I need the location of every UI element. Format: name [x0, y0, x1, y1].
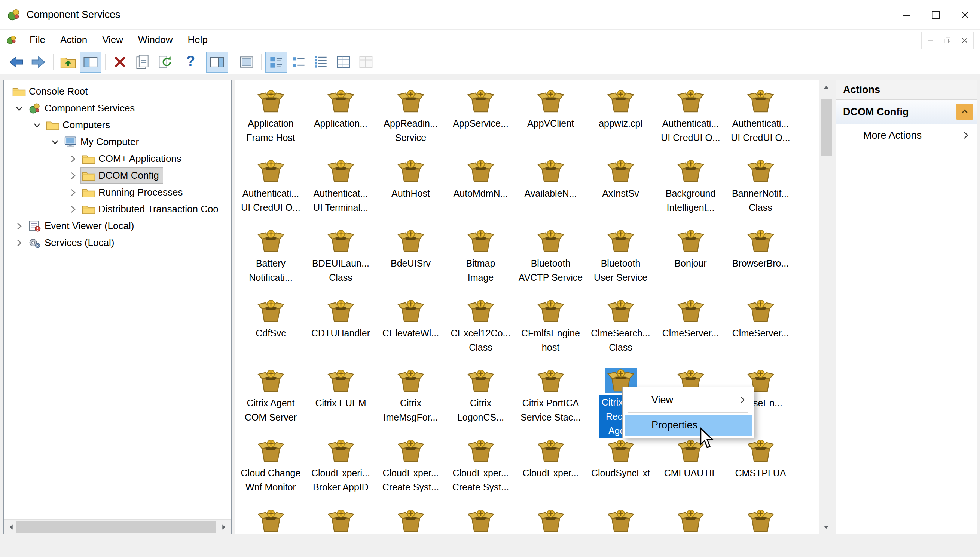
dcom-item-cdtuhandler[interactable]: CDTUHandler: [306, 298, 376, 368]
close-button[interactable]: [951, 0, 980, 29]
dcom-item-citrix-logoncs[interactable]: CitrixLogonCS...: [446, 368, 516, 438]
dcom-item-availablen[interactable]: AvailableN...: [516, 158, 586, 228]
dcom-item-bdeuilaun-class[interactable]: BDEUILaun...Class: [306, 228, 376, 298]
scroll-up-arrow[interactable]: [820, 80, 833, 95]
chevron-right-icon[interactable]: [65, 184, 81, 201]
dcom-item[interactable]: [656, 508, 725, 535]
dcom-item-application[interactable]: Application...: [306, 88, 376, 158]
dcom-item-authenticati-ui-credui-o[interactable]: Authenticati...UI CredUI O...: [236, 158, 306, 228]
tree-item-my-computer[interactable]: My Computer: [4, 134, 231, 150]
dcom-item-clmeserver[interactable]: ClmeServer...: [725, 298, 795, 368]
more-actions-item[interactable]: More Actions: [836, 124, 977, 147]
dcom-item-clmesearch-class[interactable]: ClmeSearch...Class: [586, 298, 656, 368]
dcom-item[interactable]: [376, 508, 446, 535]
child-minimize-button[interactable]: [922, 32, 939, 49]
dcom-item[interactable]: [516, 508, 586, 535]
dcom-item-clmeserver[interactable]: ClmeServer...: [656, 298, 725, 368]
dcom-item-cloud-change-wnf-monitor[interactable]: Cloud ChangeWnf Monitor: [236, 438, 306, 508]
menu-file[interactable]: File: [22, 29, 53, 50]
context-menu-item-properties[interactable]: Properties: [624, 415, 752, 435]
dcom-item-bonjour[interactable]: Bonjour: [656, 228, 725, 298]
child-restore-button[interactable]: [939, 32, 956, 49]
dcom-item-automdmn[interactable]: AutoMdmN...: [446, 158, 516, 228]
child-close-button[interactable]: [956, 32, 973, 49]
chevron-down-icon[interactable]: [11, 100, 27, 117]
dcom-item-citrix-portica-service-stac[interactable]: Citrix PortICAService Stac...: [516, 368, 586, 438]
dcom-item-bitmap-image[interactable]: BitmapImage: [446, 228, 516, 298]
help-button[interactable]: ?: [184, 52, 206, 73]
dcom-item-authenticati-ui-credui-o[interactable]: Authenticati...UI CredUI O...: [725, 88, 795, 158]
menu-view[interactable]: View: [95, 29, 131, 50]
horizontal-scrollbar-thumb[interactable]: [16, 521, 216, 533]
delete-button[interactable]: [109, 52, 131, 73]
dcom-item-cloudexper[interactable]: CloudExper...: [516, 438, 586, 508]
context-menu-item-view[interactable]: View: [624, 389, 752, 410]
tree-item-event-viewer-local[interactable]: Event Viewer (Local): [4, 218, 231, 235]
dcom-item-authenticat-ui-terminal[interactable]: Authenticat...UI Terminal...: [306, 158, 376, 228]
vertical-scrollbar-thumb[interactable]: [821, 99, 832, 156]
chevron-right-icon[interactable]: [65, 201, 81, 218]
menu-help[interactable]: Help: [180, 29, 215, 50]
dcom-item-cexcel12co-class[interactable]: CExcel12Co...Class: [446, 298, 516, 368]
dcom-item[interactable]: [446, 508, 516, 535]
dcom-item[interactable]: [236, 508, 306, 535]
dcom-item-authenticati-ui-credui-o[interactable]: Authenticati...UI CredUI O...: [656, 88, 725, 158]
view-customize-button[interactable]: [355, 52, 377, 73]
show-hide-action-pane-button[interactable]: [206, 52, 228, 73]
menu-action[interactable]: Action: [53, 29, 95, 50]
tree-item-component-services[interactable]: Component Services: [4, 100, 231, 117]
chevron-right-icon[interactable]: [65, 167, 81, 184]
refresh-button[interactable]: [154, 52, 176, 73]
tree-item-com-applications[interactable]: COM+ Applications: [4, 150, 231, 167]
back-button[interactable]: [5, 52, 27, 73]
tree-item-dcom-config[interactable]: DCOM Config: [4, 167, 231, 184]
tree-horizontal-scrollbar[interactable]: [4, 519, 231, 534]
export-list-button[interactable]: [236, 52, 258, 73]
dcom-item-authhost[interactable]: AuthHost: [376, 158, 446, 228]
view-list-button[interactable]: [310, 52, 332, 73]
dcom-item-bannernotif-class[interactable]: BannerNotif...Class: [725, 158, 795, 228]
dcom-item-axinstsv[interactable]: AxInstSv: [586, 158, 656, 228]
dcom-item-cmstplua[interactable]: CMSTPLUA: [725, 438, 795, 508]
dcom-item-cloudsyncext[interactable]: CloudSyncExt: [586, 438, 656, 508]
show-hide-console-tree-button[interactable]: [80, 52, 101, 73]
tree-item-distributed-transaction-coo[interactable]: Distributed Transaction Coo: [4, 201, 231, 218]
collapse-section-button[interactable]: [956, 104, 973, 120]
maximize-button[interactable]: [921, 0, 951, 29]
dcom-item-cloudexper-create-syst[interactable]: CloudExper...Create Syst...: [446, 438, 516, 508]
dcom-item-bluetooth-user-service[interactable]: BluetoothUser Service: [586, 228, 656, 298]
tree-item-computers[interactable]: Computers: [4, 117, 231, 134]
dcom-item-celevatewl[interactable]: CElevateWl...: [376, 298, 446, 368]
up-one-level-button[interactable]: [57, 52, 79, 73]
dcom-item-citrix-euem[interactable]: Citrix EUEM: [306, 368, 376, 438]
chevron-right-icon[interactable]: [65, 150, 81, 167]
actions-section-dcom-config[interactable]: DCOM Config: [836, 100, 977, 124]
tree-item-running-processes[interactable]: Running Processes: [4, 184, 231, 201]
view-small-icons-button[interactable]: [288, 52, 309, 73]
chevron-right-icon[interactable]: [11, 218, 27, 235]
scroll-down-arrow[interactable]: [820, 520, 833, 534]
minimize-button[interactable]: [892, 0, 921, 29]
tree-item-services-local[interactable]: Services (Local): [4, 235, 231, 251]
dcom-item-citrix-agent-com-server[interactable]: Citrix AgentCOM Server: [236, 368, 306, 438]
dcom-item[interactable]: [306, 508, 376, 535]
dcom-item-cloudexper-create-syst[interactable]: CloudExper...Create Syst...: [376, 438, 446, 508]
dcom-item-bluetooth-avctp-service[interactable]: BluetoothAVCTP Service: [516, 228, 586, 298]
chevron-down-icon[interactable]: [29, 117, 45, 134]
dcom-item-bdeuisrv[interactable]: BdeUISrv: [376, 228, 446, 298]
dcom-item-appvclient[interactable]: AppVClient: [516, 88, 586, 158]
dcom-item-battery-notificati[interactable]: BatteryNotificati...: [236, 228, 306, 298]
menu-window[interactable]: Window: [131, 29, 180, 50]
dcom-item-appreadin-service[interactable]: AppReadin...Service: [376, 88, 446, 158]
scroll-right-arrow[interactable]: [216, 520, 231, 534]
dcom-item[interactable]: [725, 508, 795, 535]
list-vertical-scrollbar[interactable]: [819, 80, 833, 534]
dcom-item-browserbro[interactable]: BrowserBro...: [725, 228, 795, 298]
dcom-item-appwiz-cpl[interactable]: appwiz.cpl: [586, 88, 656, 158]
view-icons-button[interactable]: [265, 52, 287, 73]
dcom-item[interactable]: [586, 508, 656, 535]
tree-item-console-root[interactable]: Console Root: [4, 83, 231, 100]
dcom-item-application-frame-host[interactable]: ApplicationFrame Host: [236, 88, 306, 158]
chevron-down-icon[interactable]: [47, 134, 63, 150]
dcom-item-background-intelligent[interactable]: BackgroundIntelligent...: [656, 158, 725, 228]
